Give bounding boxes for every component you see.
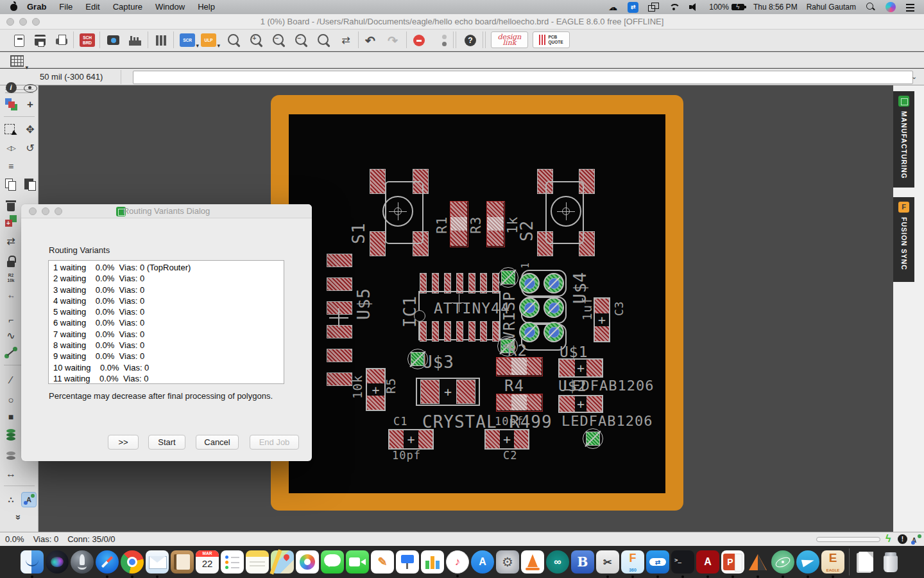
component-s1[interactable] xyxy=(370,169,429,256)
pad[interactable] xyxy=(327,325,352,338)
telegram-dock-icon[interactable] xyxy=(796,550,819,574)
menu-user[interactable]: Rahul Gautam xyxy=(807,3,856,12)
vlc-dock-icon[interactable] xyxy=(521,550,544,574)
group-tool-icon[interactable] xyxy=(3,122,19,137)
siri-dock-icon[interactable] xyxy=(46,550,69,574)
pcb-board-area[interactable]: S1R1R31kS2U$5IC1ATTINY441AVRISPU$41ufC3U… xyxy=(289,114,665,493)
pad[interactable] xyxy=(327,254,352,267)
pcb-board-outline[interactable]: S1R1R31kS2U$5IC1ATTINY441AVRISPU$41ufC3U… xyxy=(271,95,683,511)
mirror-tool-icon[interactable]: ◁▷ xyxy=(3,141,19,156)
chrome-dock-icon[interactable] xyxy=(121,550,144,574)
cloud-upload-icon[interactable]: ☁ xyxy=(607,1,619,13)
pad[interactable] xyxy=(327,277,352,291)
reminders-dock-icon[interactable] xyxy=(221,550,244,574)
run-ulp-button[interactable]: ULP xyxy=(201,33,216,47)
routing-variants-list[interactable]: 1 waiting 0.0% Vias: 0 (TopRouter)2 wait… xyxy=(48,260,284,384)
volume-icon[interactable] xyxy=(689,1,700,13)
maps-dock-icon[interactable] xyxy=(271,550,294,574)
width-tool-icon[interactable]: ↔ xyxy=(3,466,19,482)
photos-dock-icon[interactable] xyxy=(296,550,319,574)
alert-icon[interactable]: ! xyxy=(898,534,907,544)
calendar-dock-icon[interactable]: MAR22 xyxy=(196,550,219,574)
component-r5[interactable] xyxy=(366,368,386,411)
meander-tool-icon[interactable]: ∿ xyxy=(3,328,19,344)
powerpoint-dock-icon[interactable]: P xyxy=(721,550,744,574)
via-tool-icon[interactable] xyxy=(3,428,19,443)
notification-center-icon[interactable] xyxy=(905,1,916,13)
rotate-tool-icon[interactable]: ↺ xyxy=(22,141,38,156)
component-r4[interactable] xyxy=(496,394,543,412)
run-script-button[interactable]: SCR xyxy=(180,33,195,47)
more-button[interactable]: >> xyxy=(108,435,139,450)
rect-tool-icon[interactable]: ■ xyxy=(3,409,19,425)
ratsnest-tool-icon[interactable]: ∴ xyxy=(3,492,19,507)
undo-button[interactable]: ↶ xyxy=(363,33,378,48)
mail-dock-icon[interactable] xyxy=(146,550,169,574)
itunes-dock-icon[interactable]: ♪ xyxy=(446,550,469,574)
replace-tool-icon[interactable] xyxy=(3,214,19,229)
safari-dock-icon[interactable] xyxy=(96,550,119,574)
dialog-title-bar[interactable]: Routing Variants Dialog xyxy=(21,204,312,218)
app-store-dock-icon[interactable]: A xyxy=(471,550,494,574)
messages-dock-icon[interactable] xyxy=(321,550,344,574)
documents-dock-icon[interactable] xyxy=(854,550,877,574)
move-tool-icon[interactable]: ✥ xyxy=(22,122,38,137)
fusion360-dock-icon[interactable]: F360 xyxy=(621,550,644,574)
system-preferences-dock-icon[interactable]: ⚙ xyxy=(496,550,519,574)
mark-tool-icon[interactable]: + xyxy=(22,96,38,112)
copy-tool-icon[interactable] xyxy=(3,177,19,192)
wifi-icon[interactable] xyxy=(668,1,680,13)
pages-dock-icon[interactable]: ✎ xyxy=(371,550,394,574)
miter-tool-icon[interactable]: ⌐ xyxy=(3,312,19,328)
tab-manufacturing[interactable]: MANUFACTURING xyxy=(893,91,914,188)
menu-item[interactable]: Grab xyxy=(21,0,53,14)
component-r2[interactable] xyxy=(496,357,543,376)
hole-tool-icon[interactable] xyxy=(3,449,19,464)
component-c2[interactable] xyxy=(484,429,529,450)
cancel-button[interactable]: Cancel xyxy=(196,435,239,450)
align-tool-icon[interactable]: ≡ xyxy=(3,159,19,174)
keynote-dock-icon[interactable] xyxy=(396,550,419,574)
contacts-dock-icon[interactable] xyxy=(171,550,194,574)
component-c1[interactable] xyxy=(388,429,434,450)
notes-dock-icon[interactable] xyxy=(246,550,269,574)
menu-item[interactable]: Edit xyxy=(79,0,106,14)
cam-processor-button[interactable] xyxy=(128,33,143,48)
start-button[interactable]: Start xyxy=(148,435,185,450)
spotlight-icon[interactable] xyxy=(865,1,877,13)
acrobat-dock-icon[interactable]: A xyxy=(696,550,719,574)
zoom-out-button[interactable]: − xyxy=(271,33,287,48)
menu-item[interactable]: Window xyxy=(149,0,191,14)
export-image-button[interactable] xyxy=(106,33,121,48)
menu-item[interactable]: File xyxy=(53,0,79,14)
pad[interactable] xyxy=(327,349,352,362)
show-tool-icon[interactable] xyxy=(22,80,38,95)
facetime-dock-icon[interactable] xyxy=(346,550,369,574)
schematic-board-button[interactable]: SCH BRD xyxy=(80,33,95,47)
component-r1[interactable] xyxy=(450,201,468,247)
autorouter-status-icon[interactable]: A xyxy=(911,534,922,545)
name-value-tool-icon[interactable]: R2 10k xyxy=(3,270,19,286)
menu-clock[interactable]: Thu 8:56 PM xyxy=(753,3,798,12)
menu-item[interactable]: Capture xyxy=(107,0,149,14)
component-r3[interactable] xyxy=(486,201,505,247)
swap-tool-icon[interactable]: ⇄ xyxy=(3,234,19,249)
zoom-fit-button[interactable] xyxy=(227,33,242,48)
battery-indicator[interactable]: 100% xyxy=(709,3,744,12)
paste-tool-icon[interactable] xyxy=(22,177,38,192)
component-s2[interactable] xyxy=(537,169,596,256)
orange-pyramid-app-dock-icon[interactable] xyxy=(746,550,769,574)
tab-fusion-sync[interactable]: F FUSION SYNC xyxy=(893,197,914,282)
atom-dock-icon[interactable] xyxy=(771,550,794,574)
redo-button[interactable]: ↷ xyxy=(385,33,400,48)
route-tool-icon[interactable] xyxy=(3,345,19,360)
teamviewer-menu-icon[interactable]: ⇄ xyxy=(628,2,638,13)
finder-dock-icon[interactable] xyxy=(21,550,44,574)
more-tools-icon[interactable]: » xyxy=(11,509,26,525)
eagle-dock-icon[interactable]: EEAGLE xyxy=(821,550,844,574)
circle-tool-icon[interactable]: ○ xyxy=(3,392,19,407)
pad[interactable] xyxy=(327,301,352,315)
teamviewer-dock-icon[interactable]: ⇄ xyxy=(646,550,669,574)
smash-tool-icon[interactable]: +▫ xyxy=(3,289,19,304)
design-link-button[interactable]: designlink xyxy=(491,31,528,48)
